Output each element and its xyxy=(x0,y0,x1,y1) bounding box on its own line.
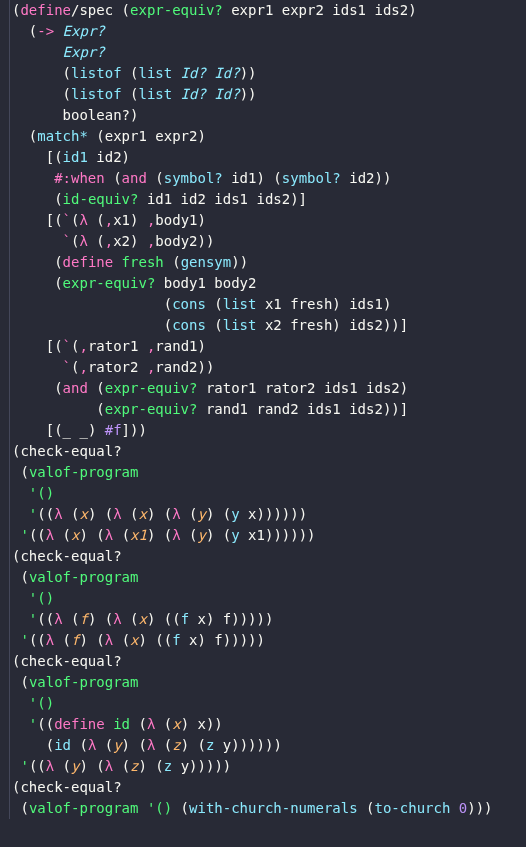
code-line[interactable]: [(`(λ (,x1) ,body1) xyxy=(12,210,493,231)
token: Id? xyxy=(214,86,239,102)
token: )) xyxy=(240,86,257,102)
token: define xyxy=(63,254,114,270)
code-line[interactable]: '() xyxy=(12,693,493,714)
token: ( xyxy=(164,254,181,270)
token: ) ( xyxy=(79,527,104,543)
code-line[interactable]: '() xyxy=(12,483,493,504)
token: x2 fresh) ids2))] xyxy=(256,317,408,333)
code-line[interactable]: (listof (list Id? Id?)) xyxy=(12,84,493,105)
token: x xyxy=(79,506,87,522)
token: ) ( xyxy=(147,527,172,543)
token: list xyxy=(223,317,257,333)
code-line[interactable]: #:when (and (symbol? id1) (symbol? id2)) xyxy=(12,168,493,189)
token: check-equal? xyxy=(20,653,121,669)
token: ( xyxy=(164,296,172,312)
code-line[interactable]: (valof-program '() (with-church-numerals… xyxy=(12,798,493,819)
token: x)))))) xyxy=(240,506,307,522)
token: listof xyxy=(71,65,122,81)
token: ( xyxy=(122,506,139,522)
code-line[interactable]: (match* (expr1 expr2) xyxy=(12,126,493,147)
code-line[interactable]: (valof-program xyxy=(12,672,493,693)
code-line[interactable]: (-> Expr? xyxy=(12,21,493,42)
token: expr-equiv? xyxy=(63,275,156,291)
code-area[interactable]: (define/spec (expr-equiv? expr1 expr2 id… xyxy=(10,0,493,819)
code-line[interactable]: '((λ (f) (λ (x) ((f x) f))))) xyxy=(12,609,493,630)
token: ) ( xyxy=(206,506,231,522)
code-line[interactable]: (define/spec (expr-equiv? expr1 expr2 id… xyxy=(12,0,493,21)
code-line[interactable]: boolean?) xyxy=(12,105,493,126)
code-line[interactable]: (id (λ (y) (λ (z) (z y)))))) xyxy=(12,735,493,756)
token: Id? xyxy=(181,65,206,81)
token: (expr1 expr2) xyxy=(88,128,206,144)
code-line[interactable]: (cons (list x1 fresh) ids1) xyxy=(12,294,493,315)
token: ( xyxy=(63,65,71,81)
token: to-church xyxy=(374,800,450,816)
code-line[interactable]: (valof-program xyxy=(12,567,493,588)
token: id1) ( xyxy=(223,170,282,186)
token: ( xyxy=(96,401,104,417)
code-line[interactable]: '((define id (λ (x) x)) xyxy=(12,714,493,735)
token xyxy=(138,800,146,816)
code-line[interactable]: '((λ (x) (λ (x) (λ (y) (y x)))))) xyxy=(12,504,493,525)
token: listof xyxy=(71,86,122,102)
token: x xyxy=(130,632,138,648)
token: define xyxy=(54,716,105,732)
token xyxy=(172,65,180,81)
code-line[interactable]: '((λ (x) (λ (x1) (λ (y) (y x1)))))) xyxy=(12,525,493,546)
token: define xyxy=(20,2,71,18)
token: x1)))))) xyxy=(240,527,316,543)
token: ( xyxy=(96,737,113,753)
code-line[interactable]: (check-equal? xyxy=(12,651,493,672)
token: ` xyxy=(63,338,71,354)
code-line[interactable]: (cons (list x2 fresh) ids2))] xyxy=(12,315,493,336)
code-line[interactable]: '((λ (f) (λ (x) ((f x) f))))) xyxy=(12,630,493,651)
token: λ xyxy=(113,506,121,522)
code-line[interactable]: (expr-equiv? rand1 rand2 ids1 ids2))] xyxy=(12,399,493,420)
code-line[interactable]: `(λ (,x2) ,body2)) xyxy=(12,231,493,252)
token: rator1 rator2 ids1 ids2) xyxy=(197,380,408,396)
token: ( xyxy=(206,317,223,333)
code-editor[interactable]: (define/spec (expr-equiv? expr1 expr2 id… xyxy=(0,0,526,819)
token: y))))) xyxy=(172,758,231,774)
token: -> xyxy=(37,23,54,39)
code-line[interactable]: '((λ (y) (λ (z) (z y))))) xyxy=(12,756,493,777)
code-line[interactable]: [(id1 id2) xyxy=(12,147,493,168)
code-line[interactable]: Expr? xyxy=(12,42,493,63)
code-line[interactable]: (expr-equiv? body1 body2 xyxy=(12,273,493,294)
code-line[interactable]: (id-equiv? id1 id2 ids1 ids2)] xyxy=(12,189,493,210)
token: ( xyxy=(54,758,71,774)
code-line[interactable]: `(,rator2 ,rand2)) xyxy=(12,357,493,378)
token: λ xyxy=(46,632,54,648)
token: () xyxy=(37,590,54,606)
token: ( xyxy=(63,506,80,522)
token: check-equal? xyxy=(20,443,121,459)
token: rand1) xyxy=(155,338,206,354)
token: Expr? xyxy=(63,44,105,60)
token: ])) xyxy=(122,422,147,438)
token: check-equal? xyxy=(20,548,121,564)
token: λ xyxy=(54,611,62,627)
code-line[interactable]: (check-equal? xyxy=(12,441,493,462)
token: valof-program xyxy=(29,569,139,585)
token xyxy=(54,23,62,39)
token: () xyxy=(37,485,54,501)
code-line[interactable]: (define fresh (gensym)) xyxy=(12,252,493,273)
token: ( xyxy=(20,674,28,690)
code-line[interactable]: [(`(,rator1 ,rand1) xyxy=(12,336,493,357)
token: ( xyxy=(54,275,62,291)
token: list xyxy=(223,296,257,312)
code-line[interactable]: '() xyxy=(12,588,493,609)
code-line[interactable]: [(_ _) #f])) xyxy=(12,420,493,441)
token: boolean? xyxy=(63,107,130,123)
code-line[interactable]: (listof (list Id? Id?)) xyxy=(12,63,493,84)
token: ( xyxy=(113,527,130,543)
code-line[interactable]: (valof-program xyxy=(12,462,493,483)
code-line[interactable]: (and (expr-equiv? rator1 rator2 ids1 ids… xyxy=(12,378,493,399)
code-line[interactable]: (check-equal? xyxy=(12,777,493,798)
code-line[interactable]: (check-equal? xyxy=(12,546,493,567)
token: ( xyxy=(155,737,172,753)
token: ( xyxy=(105,170,122,186)
token: [( xyxy=(46,149,63,165)
token: valof-program xyxy=(29,800,139,816)
token: ( xyxy=(54,527,71,543)
